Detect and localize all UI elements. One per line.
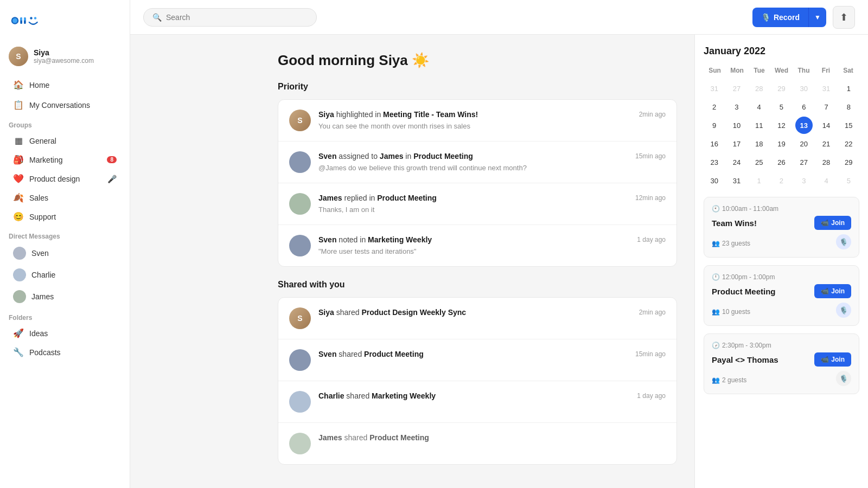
event-time-3: 🕝 2:30pm - 3:00pm — [712, 342, 851, 349]
sidebar-item-marketing[interactable]: 🎒 Marketing 8 — [4, 151, 125, 169]
cal-cell-22[interactable]: 22 — [840, 135, 857, 152]
sidebar-folder-ideas[interactable]: 🚀 Ideas — [4, 324, 125, 342]
cal-cell-4[interactable]: 4 — [818, 172, 835, 189]
cal-day-sun: Sun — [704, 65, 726, 76]
shared-text-3: Charlie shared Marketing Weekly — [318, 391, 623, 402]
cal-cell-27[interactable]: 27 — [728, 80, 745, 97]
content-area: Good morning Siya ☀️ Priority S Siya hig… — [260, 35, 694, 488]
cal-cell-23[interactable]: 23 — [706, 153, 723, 171]
cal-cell-16[interactable]: 16 — [706, 135, 723, 152]
cal-cell-15[interactable]: 15 — [840, 117, 857, 134]
priority-item-1[interactable]: S Siya highlighted in Meeting Title - Te… — [278, 100, 676, 142]
cal-cell-30[interactable]: 30 — [706, 172, 723, 189]
cal-cell-5[interactable]: 5 — [840, 172, 857, 189]
event-footer-2: 👥 10 guests 🎙️ — [712, 303, 851, 318]
cal-cell-2[interactable]: 2 — [773, 172, 790, 189]
greeting: Good morning Siya ☀️ — [278, 52, 677, 69]
james-dm-avatar — [13, 290, 26, 303]
shared-item-4[interactable]: James shared Product Meeting — [278, 423, 676, 464]
sidebar-item-home[interactable]: 🏠 Home — [4, 75, 125, 94]
cal-cell-2[interactable]: 2 — [706, 98, 723, 115]
calendar: Sun Mon Tue Wed Thu Fri Sat 312728293031… — [704, 65, 859, 189]
cal-cell-6[interactable]: 6 — [795, 98, 813, 115]
cal-cell-27[interactable]: 27 — [795, 153, 813, 171]
cal-day-sat: Sat — [837, 65, 859, 76]
cal-cell-25[interactable]: 25 — [750, 153, 768, 171]
cal-cell-29[interactable]: 29 — [840, 153, 857, 171]
sidebar-dm-sven[interactable]: Sven — [4, 243, 125, 264]
charlie-shared-avatar — [289, 391, 311, 413]
cal-cell-28[interactable]: 28 — [750, 80, 768, 97]
event-mic-avatar-1[interactable]: 🎙️ — [836, 234, 851, 249]
cal-cell-30[interactable]: 30 — [795, 80, 813, 97]
activity-time-2: 15min ago — [635, 151, 666, 160]
priority-item-3[interactable]: James replied in Product Meeting Thanks,… — [278, 183, 676, 225]
record-dropdown-button[interactable]: ▼ — [808, 8, 826, 27]
event-mic-avatar-2[interactable]: 🎙️ — [836, 303, 851, 318]
cal-cell-13[interactable]: 13 — [795, 117, 813, 134]
sidebar-item-sales[interactable]: 🍂 Sales — [4, 189, 125, 207]
sven-avatar-2 — [289, 151, 311, 173]
cal-cell-31[interactable]: 31 — [706, 80, 723, 97]
cal-cell-1[interactable]: 1 — [840, 80, 857, 97]
cal-cell-9[interactable]: 9 — [706, 117, 723, 134]
cal-cell-17[interactable]: 17 — [728, 135, 745, 152]
shared-item-2[interactable]: Sven shared Product Meeting 15min ago — [278, 339, 676, 381]
cal-cell-31[interactable]: 31 — [728, 172, 745, 189]
sidebar-item-support[interactable]: 😊 Support — [4, 208, 125, 226]
sidebar-folder-podcasts[interactable]: 🔧 Podcasts — [4, 343, 125, 361]
cal-cell-31[interactable]: 31 — [818, 80, 835, 97]
activity-text-2: Sven assigned to James in Product Meetin… — [318, 151, 621, 172]
event-header-2: Product Meeting 📹 Join — [712, 284, 851, 298]
upload-button[interactable]: ⬆ — [833, 6, 855, 29]
join-button-3[interactable]: 📹 Join — [814, 352, 851, 367]
cal-cell-5[interactable]: 5 — [773, 98, 790, 115]
join-button-1[interactable]: 📹 Join — [814, 216, 851, 230]
cal-cell-4[interactable]: 4 — [750, 98, 768, 115]
right-panel: January 2022 Sun Mon Tue Wed Thu Fri Sat… — [694, 35, 868, 488]
cal-cell-10[interactable]: 10 — [728, 117, 745, 134]
record-button[interactable]: 🎙️ Record — [752, 8, 808, 27]
sidebar-dm-charlie[interactable]: Charlie — [4, 265, 125, 285]
shared-item-1[interactable]: S Siya shared Product Design Weekly Sync… — [278, 298, 676, 339]
sidebar-item-product-design[interactable]: ❤️ Product design 🎤 — [4, 170, 125, 188]
search-input[interactable] — [166, 13, 308, 22]
event-mic-avatar-3[interactable]: 🎙️ — [836, 371, 851, 386]
user-info: Siya siya@awesome.com — [34, 48, 94, 65]
shared-item-3[interactable]: Charlie shared Marketing Weekly 1 day ag… — [278, 381, 676, 423]
join-button-2[interactable]: 📹 Join — [814, 284, 851, 298]
cal-cell-3[interactable]: 3 — [795, 172, 813, 189]
priority-item-4[interactable]: Sven noted in Marketing Weekly "More use… — [278, 225, 676, 266]
cal-cell-8[interactable]: 8 — [840, 98, 857, 115]
james-dm-label: James — [31, 292, 54, 301]
cal-cell-19[interactable]: 19 — [773, 135, 790, 152]
cal-cell-3[interactable]: 3 — [728, 98, 745, 115]
product-design-icon: ❤️ — [13, 174, 24, 184]
activity-text-3: James replied in Product Meeting Thanks,… — [318, 193, 621, 214]
cal-cell-20[interactable]: 20 — [795, 135, 813, 152]
cal-cell-21[interactable]: 21 — [818, 135, 835, 152]
cal-cell-1[interactable]: 1 — [750, 172, 768, 189]
search-bar[interactable]: 🔍 — [143, 8, 317, 27]
cal-cell-12[interactable]: 12 — [773, 117, 790, 134]
sidebar-dm-james[interactable]: James — [4, 286, 125, 307]
james-avatar-3 — [289, 193, 311, 215]
event-time-2: 🕛 12:00pm - 1:00pm — [712, 273, 851, 281]
cal-cell-7[interactable]: 7 — [818, 98, 835, 115]
sidebar-item-general[interactable]: ▦ General — [4, 132, 125, 150]
priority-item-2[interactable]: Sven assigned to James in Product Meetin… — [278, 142, 676, 183]
cal-cell-24[interactable]: 24 — [728, 153, 745, 171]
sales-icon: 🍂 — [13, 192, 24, 203]
cal-cell-26[interactable]: 26 — [773, 153, 790, 171]
user-profile[interactable]: S Siya siya@awesome.com — [0, 41, 130, 75]
cal-cell-14[interactable]: 14 — [818, 117, 835, 134]
marketing-label: Marketing — [29, 156, 62, 164]
cal-cell-11[interactable]: 11 — [750, 117, 768, 134]
cal-cell-29[interactable]: 29 — [773, 80, 790, 97]
svg-point-6 — [30, 17, 33, 20]
sidebar-item-my-conversations[interactable]: 📋 My Conversations — [4, 95, 125, 114]
shared-text-2: Sven shared Product Meeting — [318, 349, 621, 360]
calendar-header: Sun Mon Tue Wed Thu Fri Sat — [704, 65, 859, 76]
cal-cell-18[interactable]: 18 — [750, 135, 768, 152]
cal-cell-28[interactable]: 28 — [818, 153, 835, 171]
